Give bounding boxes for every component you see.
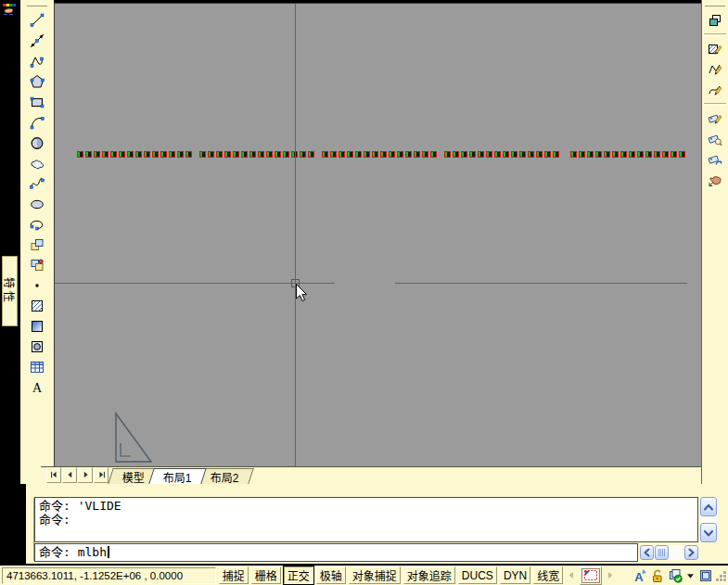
command-window: 命令: 'VLIDE命令: 命令: mlbh [26, 484, 728, 564]
toolbar-drag-handle[interactable] [27, 3, 47, 6]
entity-cell [679, 151, 685, 158]
arc-button[interactable] [28, 113, 46, 132]
tab-nav-prev-button[interactable] [62, 467, 77, 483]
scroll-up-button[interactable] [700, 497, 717, 516]
scroll-track[interactable] [669, 545, 684, 560]
entity-cell [430, 151, 437, 158]
annotation-visibility-button[interactable] [668, 568, 683, 583]
toolbar-lock-button[interactable] [650, 568, 665, 583]
ellipse-button[interactable] [28, 195, 46, 213]
toggle-极轴[interactable]: 极轴 [316, 566, 346, 584]
entity-cell [177, 151, 184, 158]
scroll-down-button[interactable] [700, 523, 717, 542]
next-layout-button[interactable] [605, 569, 616, 582]
block-attribute-manager-button[interactable] [706, 130, 724, 148]
toolbar-drag-handle[interactable] [705, 3, 725, 6]
toggle-捕捉[interactable]: 捕捉 [219, 566, 249, 584]
entity-cell [119, 151, 125, 158]
command-input[interactable]: 命令: mlbh [34, 543, 638, 562]
clean-screen-button[interactable] [698, 568, 713, 583]
entity-cell [414, 151, 420, 158]
insert-block-icon [30, 237, 45, 252]
command-history[interactable]: 命令: 'VLIDE命令: [34, 497, 698, 542]
scroll-right-button[interactable] [684, 545, 698, 560]
entity-cell [422, 151, 428, 158]
entity-cell [275, 151, 281, 158]
edit-hatch-button[interactable] [706, 40, 724, 58]
tool-palette-icon[interactable] [1, 1, 18, 18]
edit-polyline-button[interactable] [706, 60, 724, 79]
ellipse-arc-button[interactable] [28, 215, 46, 234]
entity-cell [249, 151, 256, 158]
entity-cell [528, 151, 534, 158]
scroll-left-button[interactable] [640, 545, 654, 560]
circle-button[interactable] [28, 134, 46, 152]
edit-hatch-icon [708, 42, 722, 57]
annotation-scale-button[interactable]: A [632, 568, 647, 583]
tab-nav-last-button[interactable] [94, 467, 109, 483]
command-history-line: 命令: [39, 513, 694, 527]
entity-cell [389, 151, 395, 158]
toggle-栅格[interactable]: 栅格 [251, 566, 281, 584]
polygon-button[interactable] [28, 72, 46, 91]
properties-palette-tab[interactable]: 特性 [2, 256, 18, 326]
toggle-DYN[interactable]: DYN [500, 566, 530, 584]
make-block-button[interactable] [28, 256, 46, 274]
toggle-DUCS[interactable]: DUCS [458, 566, 497, 584]
sync-attributes-button[interactable] [706, 150, 724, 169]
toggle-对象捕捉[interactable]: 对象捕捉 [349, 566, 401, 584]
toggle-正交[interactable]: 正交 [284, 566, 313, 584]
region-button[interactable] [28, 337, 46, 356]
line-button[interactable] [28, 11, 46, 30]
insert-block-button[interactable] [28, 235, 46, 254]
viewport-toggle-button[interactable] [580, 566, 602, 585]
entity-cell [662, 151, 669, 158]
toggle-对象追踪[interactable]: 对象追踪 [403, 566, 455, 584]
prev-layout-button[interactable] [566, 569, 577, 582]
polygon-icon [30, 74, 45, 89]
revision-cloud-button[interactable] [28, 154, 46, 172]
entity-cell [127, 151, 134, 158]
entity-cell [494, 151, 501, 158]
command-hscrollbar[interactable] [640, 545, 698, 560]
hatch-button[interactable] [28, 297, 46, 315]
next-arrow-icon [81, 469, 91, 481]
gradient-button[interactable] [28, 317, 46, 336]
tab-nav-next-button[interactable] [78, 467, 93, 483]
edit-spline-icon [708, 83, 722, 97]
entity-cell [102, 151, 109, 158]
rectangle-button[interactable] [28, 93, 46, 111]
table-button[interactable] [28, 358, 46, 376]
spline-button[interactable] [28, 174, 46, 193]
toggle-线宽[interactable]: 线宽 [533, 566, 563, 584]
point-button[interactable] [28, 276, 46, 295]
tab-布局1[interactable]: 布局1 [148, 468, 206, 484]
status-menu-button[interactable] [685, 569, 696, 582]
edit-spline-button[interactable] [706, 81, 724, 99]
annotation-scale-icon: A [632, 568, 647, 583]
last-arrow-icon [96, 469, 107, 481]
spline-icon [30, 176, 45, 191]
draw-order-button[interactable] [706, 11, 724, 30]
gradient-icon [30, 319, 45, 334]
tab-nav-first-button[interactable] [46, 467, 61, 483]
construction-line-button[interactable] [28, 32, 46, 50]
entity-cell [308, 151, 314, 158]
entity-cell [330, 151, 337, 158]
multiline-text-button[interactable]: A [28, 378, 46, 397]
command-scrollbar[interactable] [700, 497, 717, 542]
scroll-thumb[interactable] [655, 545, 669, 560]
status-menu-icon [685, 569, 696, 582]
edit-attribute-global-button[interactable] [706, 171, 724, 189]
window-resize-grip[interactable] [716, 569, 726, 582]
annotation-visibility-icon [668, 568, 683, 583]
edit-attribute-button[interactable] [706, 109, 724, 128]
entity-cell [453, 151, 459, 158]
entity-cell [110, 151, 117, 158]
entity-cell [654, 151, 660, 158]
entity-cell [241, 151, 248, 158]
drawing-canvas[interactable] [54, 3, 701, 466]
draw-order-icon [708, 13, 722, 28]
polyline-button[interactable] [28, 52, 46, 70]
hatch-icon [30, 299, 45, 313]
